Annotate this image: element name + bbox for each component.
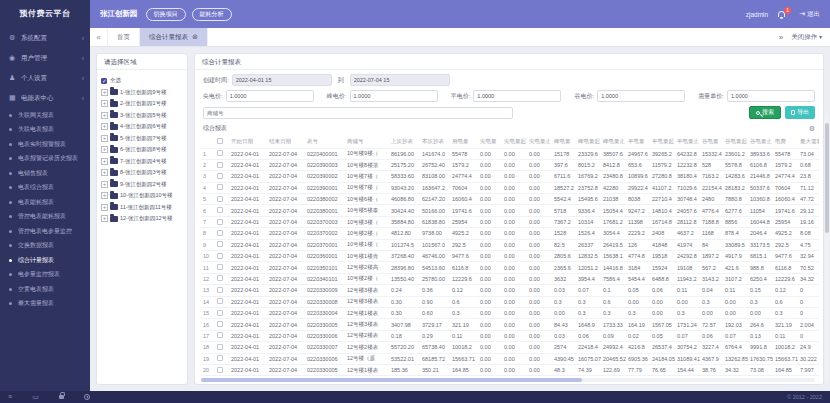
- tree-item[interactable]: +6-张江创新园8号楼: [101, 144, 183, 156]
- row-checkbox[interactable]: [217, 275, 223, 281]
- row-checkbox[interactable]: [217, 162, 223, 168]
- monitor-icon[interactable]: ▭: [32, 392, 39, 402]
- sidebar-submenu-item[interactable]: 交换数据报表: [0, 239, 90, 254]
- row-checkbox[interactable]: [217, 219, 223, 225]
- vertical-scrollbar-thumb[interactable]: [825, 123, 829, 233]
- logout-button[interactable]: ⇥ 退出: [799, 10, 820, 19]
- expand-plus-icon[interactable]: +: [101, 89, 108, 96]
- search-button[interactable]: 搜索: [749, 106, 781, 119]
- tree-item[interactable]: +4-张江创新园6号楼: [101, 121, 183, 133]
- sidebar-submenu-item[interactable]: 电参量监控报表: [0, 268, 90, 283]
- select-all-row[interactable]: 全选: [101, 75, 183, 87]
- row-checkbox[interactable]: [217, 310, 223, 316]
- tree-item[interactable]: +8-张江创新园3号楼: [101, 167, 183, 179]
- notifications-button[interactable]: 1: [778, 11, 785, 17]
- table-settings-gear-icon[interactable]: ⚙: [809, 125, 815, 133]
- tab-home[interactable]: 首页: [108, 28, 140, 46]
- price-input[interactable]: [473, 90, 561, 102]
- row-checkbox[interactable]: [217, 173, 223, 179]
- horizontal-scrollbar-thumb[interactable]: [201, 378, 582, 382]
- vertical-scrollbar[interactable]: [825, 113, 829, 383]
- row-checkbox[interactable]: [217, 230, 223, 236]
- lock-icon[interactable]: [59, 395, 64, 399]
- cell: 2022-04-01: [229, 330, 267, 341]
- select-all-checkbox[interactable]: [101, 78, 107, 84]
- row-checkbox[interactable]: [217, 184, 223, 190]
- switch-project-button[interactable]: 切换项目: [146, 8, 186, 21]
- cell: 0.11: [450, 330, 478, 341]
- sidebar-submenu-item[interactable]: 电表综合报表: [0, 181, 90, 196]
- collapse-tabs-button[interactable]: «: [90, 28, 108, 46]
- horizontal-scrollbar[interactable]: [201, 378, 815, 382]
- row-checkbox[interactable]: [217, 321, 223, 327]
- expand-plus-icon[interactable]: +: [101, 158, 108, 165]
- table-row: 152022-04-012022-07-04022033000412号楼1楼表0…: [201, 307, 819, 318]
- price-input[interactable]: [350, 90, 438, 102]
- expand-plus-icon[interactable]: +: [101, 215, 108, 222]
- row-checkbox[interactable]: [217, 344, 223, 350]
- expand-plus-icon[interactable]: +: [101, 112, 108, 119]
- sidebar-submenu-item[interactable]: 空置电表报表: [0, 282, 90, 297]
- tree-item[interactable]: +5-张江创新园7号楼: [101, 133, 183, 145]
- tree-item[interactable]: +10-张江创新园10号楼: [101, 190, 183, 202]
- chevrons-right-icon[interactable]: »: [779, 33, 783, 42]
- tree-item[interactable]: +2-张江创新园1号楼: [101, 98, 183, 110]
- row-checkbox[interactable]: [217, 355, 223, 361]
- sidebar-submenu-item[interactable]: 综合计量报表: [0, 253, 90, 268]
- sidebar-item[interactable]: ▦电能表中心‹: [0, 88, 90, 108]
- energy-analysis-button[interactable]: 能耗分析: [192, 8, 232, 21]
- row-checkbox[interactable]: [217, 264, 223, 270]
- sidebar-submenu-item[interactable]: 管控电表电参量监控: [0, 224, 90, 239]
- menu-icon[interactable]: ≡: [8, 392, 12, 402]
- clock-icon[interactable]: [84, 394, 90, 400]
- row-checkbox[interactable]: [217, 150, 223, 156]
- export-button[interactable]: 导出: [785, 106, 815, 119]
- tree-item[interactable]: +9-张江创新园2号楼: [101, 179, 183, 191]
- price-input[interactable]: [226, 90, 314, 102]
- expand-plus-icon[interactable]: +: [101, 135, 108, 142]
- shop-number-input[interactable]: [203, 107, 513, 119]
- row-checkbox[interactable]: [217, 241, 223, 247]
- row-checkbox[interactable]: [217, 207, 223, 213]
- tree-item[interactable]: +11-张江创新园11号楼: [101, 202, 183, 214]
- sidebar-submenu-item[interactable]: 电表实时报警报表: [0, 137, 90, 152]
- tree-item[interactable]: +1-张江创新园9号楼: [101, 87, 183, 99]
- tree-item[interactable]: +12-张江创新园12号楼: [101, 213, 183, 225]
- close-operations-dropdown[interactable]: 关闭操作 ▾: [791, 33, 822, 42]
- column-header: 本次抄表: [420, 135, 450, 148]
- expand-plus-icon[interactable]: +: [101, 204, 108, 211]
- expand-plus-icon[interactable]: +: [101, 192, 108, 199]
- expand-plus-icon[interactable]: +: [101, 181, 108, 188]
- cell: 54513.60: [420, 262, 450, 273]
- row-checkbox[interactable]: [217, 367, 223, 373]
- sidebar-submenu-item[interactable]: 管控电表能耗报表: [0, 210, 90, 225]
- sidebar-submenu-item[interactable]: 最大需量报表: [0, 297, 90, 312]
- sidebar-submenu-item[interactable]: 失联电表报表: [0, 123, 90, 138]
- expand-plus-icon[interactable]: +: [101, 169, 108, 176]
- sidebar-item[interactable]: ⚙系统配置‹: [0, 28, 90, 48]
- expand-plus-icon[interactable]: +: [101, 123, 108, 130]
- row-checkbox[interactable]: [217, 196, 223, 202]
- sidebar-submenu-item[interactable]: 失联网关报表: [0, 108, 90, 123]
- tab-active[interactable]: 综合计量报表 ⊗: [140, 28, 208, 46]
- row-checkbox[interactable]: [217, 332, 223, 338]
- row-checkbox[interactable]: [217, 287, 223, 293]
- row-checkbox[interactable]: [217, 298, 223, 304]
- tree-item[interactable]: +3-张江创新园5号楼: [101, 110, 183, 122]
- sidebar-submenu-item[interactable]: 电表能耗报表: [0, 195, 90, 210]
- sidebar-submenu-item[interactable]: 电表报警记录历史报表: [0, 152, 90, 167]
- row-checkbox[interactable]: [217, 253, 223, 259]
- expand-plus-icon[interactable]: +: [101, 146, 108, 153]
- date-from-input[interactable]: [232, 74, 332, 86]
- header-select-checkbox[interactable]: [217, 138, 223, 144]
- folder-icon: [110, 181, 118, 187]
- sidebar-item[interactable]: ◉用户管理‹: [0, 48, 90, 68]
- date-to-input[interactable]: [350, 74, 450, 86]
- expand-plus-icon[interactable]: +: [101, 100, 108, 107]
- tab-close-icon[interactable]: ⊗: [192, 33, 198, 41]
- price-input[interactable]: [597, 90, 685, 102]
- sidebar-submenu-item[interactable]: 电销售报表: [0, 166, 90, 181]
- price-input[interactable]: [727, 90, 815, 102]
- tree-item[interactable]: +7-张江创新园4号楼: [101, 156, 183, 168]
- sidebar-item[interactable]: ♟个人设置‹: [0, 68, 90, 88]
